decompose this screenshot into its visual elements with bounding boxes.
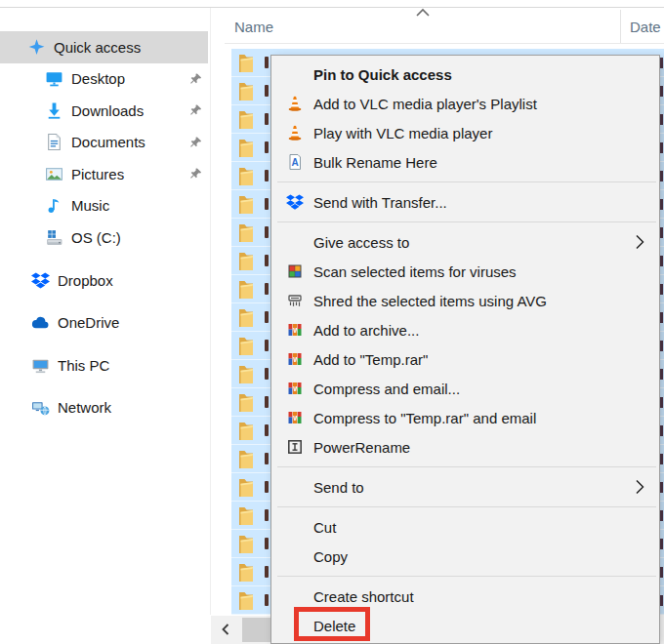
folder-icon [236,306,256,328]
powerrename-icon [285,437,305,457]
menu-item-compress-and-email[interactable]: WCompress and email... [271,374,659,403]
menu-item-pin-to-quick-access[interactable]: Pin to Quick access [271,60,659,89]
filename-fragment [265,538,269,549]
sidebar-item-dropbox[interactable]: Dropbox [0,260,208,302]
antivirus-scan-icon [285,262,305,281]
menu-separator [271,571,659,582]
filename-fragment [265,509,269,521]
chevron-right-icon [635,479,644,495]
date-fragment [660,227,663,238]
menu-item-cut[interactable]: Cut [271,512,659,542]
delete-annotation-box [294,607,370,641]
pin-icon[interactable] [189,136,202,148]
vlc-cone-icon [285,94,305,113]
menu-item-label: Add to VLC media player's Playlist [313,96,537,112]
menu-item-shred-the-selected-items-using-avg[interactable]: Shred the selected items using AVG [271,286,659,315]
menu-item-compress-to-temp-rar-and-email[interactable]: WCompress to "Temp.rar" and email [271,403,659,432]
pin-icon[interactable] [189,104,202,117]
menu-item-add-to-archive[interactable]: WAdd to archive... [271,315,659,344]
sidebar-item-label: Network [58,399,111,416]
chevron-left-icon [222,622,229,638]
column-header-date[interactable]: Date [630,19,661,35]
date-fragment [660,567,663,578]
winrar-icon: W [285,320,305,340]
filename-fragment [265,481,269,493]
sidebar-item-label: Desktop [71,70,125,87]
winrar-icon: W [285,379,305,398]
menu-item-bulk-rename-here[interactable]: ABulk Rename Here [271,147,659,177]
menu-item-label: Bulk Rename Here [313,154,437,171]
bulk-rename-icon: A [285,152,305,172]
no-icon [285,546,305,566]
scroll-left-button[interactable] [211,616,240,644]
menu-item-add-to-vlc-media-player-s-playlist[interactable]: Add to VLC media player's Playlist [271,89,659,118]
menu-item-play-with-vlc-media-player[interactable]: Play with VLC media player [271,118,659,147]
menu-item-copy[interactable]: Copy [271,542,659,571]
date-fragment [660,539,663,549]
folder-icon [236,448,256,469]
menu-item-label: Add to "Temp.rar" [313,351,428,368]
folder-icon [236,80,256,101]
sidebar-item-os-c[interactable]: OS (C:) [0,221,208,254]
ribbon-divider [0,7,664,8]
folder-icon [236,420,256,441]
menu-item-label: PowerRename [313,439,410,456]
dropbox-icon [31,271,50,290]
sidebar-item-label: Music [71,197,109,214]
vlc-cone-icon [285,123,305,142]
sidebar-item-documents[interactable]: Documents [0,127,208,159]
filename-fragment [265,255,269,266]
date-fragment [660,482,663,493]
sidebar-item-onedrive[interactable]: OneDrive [0,302,208,344]
date-fragment [660,397,663,408]
sidebar-item-label: Documents [71,134,145,150]
no-icon [285,232,305,252]
date-fragment [660,171,663,181]
menu-item-powerrename[interactable]: PowerRename [271,432,659,462]
pictures-icon [45,165,63,183]
filename-fragment [265,85,269,97]
sidebar-item-label: Dropbox [58,272,113,289]
menu-item-label: Copy [313,548,348,565]
date-fragment [660,284,663,295]
sidebar-item-downloads[interactable]: Downloads [0,95,208,127]
date-fragment [660,86,663,97]
collapse-ribbon-button[interactable] [414,5,432,19]
drive-icon [45,228,63,247]
this-pc-icon [31,356,50,375]
menu-item-scan-selected-items-for-viruses[interactable]: Scan selected items for viruses [271,257,659,286]
filename-fragment [265,113,269,125]
sidebar-item-this-pc[interactable]: This PC [0,344,208,387]
winrar-icon: W [285,349,305,369]
sidebar-item-label: Quick access [54,39,141,56]
sidebar-item-pictures[interactable]: Pictures [0,158,208,190]
sidebar-item-quick-access[interactable]: Quick access [0,31,208,63]
folder-icon [236,250,256,271]
column-separator[interactable] [620,10,621,43]
filename-fragment [265,594,269,606]
filename-fragment [265,311,269,323]
sidebar-item-label: Downloads [71,102,144,119]
sidebar-item-music[interactable]: Music [0,190,208,222]
menu-item-label: Play with VLC media player [313,125,492,141]
no-icon [285,517,305,537]
menu-item-label: Send with Transfer... [313,194,447,211]
column-header-name[interactable]: Name [234,19,273,35]
menu-item-label: Shred the selected items using AVG [313,293,547,309]
folder-icon [236,589,256,611]
menu-item-label: Scan selected items for viruses [313,263,517,280]
menu-item-send-with-transfer[interactable]: Send with Transfer... [271,187,659,217]
sidebar-item-label: This PC [58,357,109,374]
sidebar-item-network[interactable]: Network [0,386,208,429]
pin-icon[interactable] [189,72,202,85]
menu-item-add-to-temp-rar[interactable]: WAdd to "Temp.rar" [271,344,659,374]
menu-item-send-to[interactable]: Send to [271,472,659,502]
separator-line [277,506,656,507]
pin-icon[interactable] [189,168,202,181]
sidebar-item-desktop[interactable]: Desktop [0,63,208,96]
date-fragment [660,510,663,521]
menu-item-give-access-to[interactable]: Give access to [271,227,659,257]
filename-fragment [265,396,269,408]
folder-icon [236,278,256,300]
menu-item-label: Compress and email... [313,381,460,397]
